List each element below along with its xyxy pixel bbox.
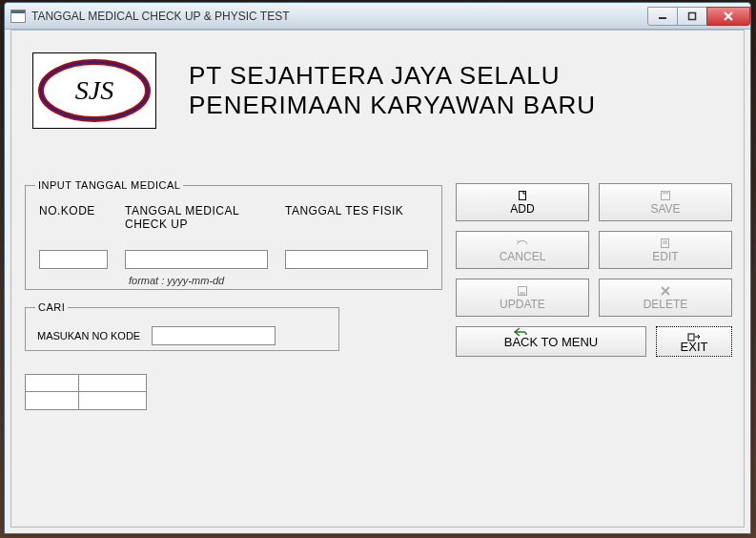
add-button[interactable]: ADD xyxy=(456,183,589,221)
input-tanggal-group: INPUT TANGGAL MEDICAL NO.KODE TANGGAL ME… xyxy=(25,179,442,290)
form-icon xyxy=(10,10,26,23)
input-labels-row: NO.KODE TANGGAL MEDICAL CHECK UP TANGGAL… xyxy=(35,204,432,231)
window-title: TANGGAL MEDICAL CHECK UP & PHYSIC TEST xyxy=(31,10,648,23)
client-area: SJS PT SEJAHTERA JAYA SELALU PENERIMAAN … xyxy=(10,30,745,528)
exit-icon xyxy=(687,330,701,340)
company-name: PT SEJAHTERA JAYA SELALU xyxy=(189,61,596,91)
svg-rect-1 xyxy=(689,12,696,19)
exit-button[interactable]: EXIT xyxy=(656,326,732,357)
undo-icon xyxy=(516,238,529,249)
header-titles: PT SEJAHTERA JAYA SELALU PENERIMAAN KARY… xyxy=(189,61,596,120)
close-icon xyxy=(723,10,734,22)
grid-cell[interactable] xyxy=(26,375,79,392)
delete-icon xyxy=(660,285,671,297)
close-button[interactable] xyxy=(706,7,750,26)
save-icon xyxy=(660,190,671,201)
svg-rect-6 xyxy=(520,191,526,199)
button-panel: ADD SAVE CANCEL xyxy=(456,183,732,357)
svg-rect-13 xyxy=(520,292,525,295)
cari-legend: CARI xyxy=(35,301,68,313)
back-arrow-icon xyxy=(514,325,527,340)
data-grid[interactable] xyxy=(25,374,147,410)
logo-text: SJS xyxy=(75,75,113,105)
table-row xyxy=(26,375,146,392)
company-logo: SJS xyxy=(32,52,156,129)
window-controls xyxy=(648,7,750,26)
label-tanggal-medical: TANGGAL MEDICAL CHECK UP xyxy=(125,204,268,231)
minimize-icon xyxy=(658,11,667,21)
cari-label: MASUKAN NO KODE xyxy=(37,330,140,341)
label-tanggal-fisik: TANGGAL TES FISIK xyxy=(285,204,428,231)
grid-cell[interactable] xyxy=(79,392,146,409)
delete-button[interactable]: DELETE xyxy=(599,279,732,317)
svg-rect-8 xyxy=(663,191,668,194)
grid-cell[interactable] xyxy=(79,375,146,392)
table-row xyxy=(26,392,146,409)
update-icon xyxy=(517,285,528,297)
maximize-icon xyxy=(687,11,697,21)
input-fields-row xyxy=(35,250,432,269)
edit-icon xyxy=(660,238,671,249)
app-window: TANGGAL MEDICAL CHECK UP & PHYSIC TEST S… xyxy=(4,2,751,534)
grid-cell[interactable] xyxy=(26,392,79,409)
page-subtitle: PENERIMAAN KARYAWAN BARU xyxy=(189,91,596,120)
back-to-menu-button[interactable]: BACK TO MENU xyxy=(456,326,646,357)
label-no-kode: NO.KODE xyxy=(39,204,108,231)
edit-button[interactable]: EDIT xyxy=(599,231,732,269)
update-button[interactable]: UPDATE xyxy=(456,279,589,317)
cancel-button[interactable]: CANCEL xyxy=(456,231,589,269)
cari-no-kode-input[interactable] xyxy=(152,326,276,345)
titlebar: TANGGAL MEDICAL CHECK UP & PHYSIC TEST xyxy=(5,3,750,30)
header: SJS PT SEJAHTERA JAYA SELALU PENERIMAAN … xyxy=(32,44,723,137)
no-kode-input[interactable] xyxy=(39,250,108,269)
cari-group: CARI MASUKAN NO KODE xyxy=(25,301,339,351)
minimize-button[interactable] xyxy=(647,7,678,26)
maximize-button[interactable] xyxy=(677,7,707,26)
save-button[interactable]: SAVE xyxy=(599,183,732,221)
new-file-icon xyxy=(517,190,528,201)
format-hint: format : yyyy-mm-dd xyxy=(129,275,432,286)
tanggal-fisik-input[interactable] xyxy=(285,250,428,269)
tanggal-medical-input[interactable] xyxy=(125,250,268,269)
input-tanggal-legend: INPUT TANGGAL MEDICAL xyxy=(35,179,183,191)
